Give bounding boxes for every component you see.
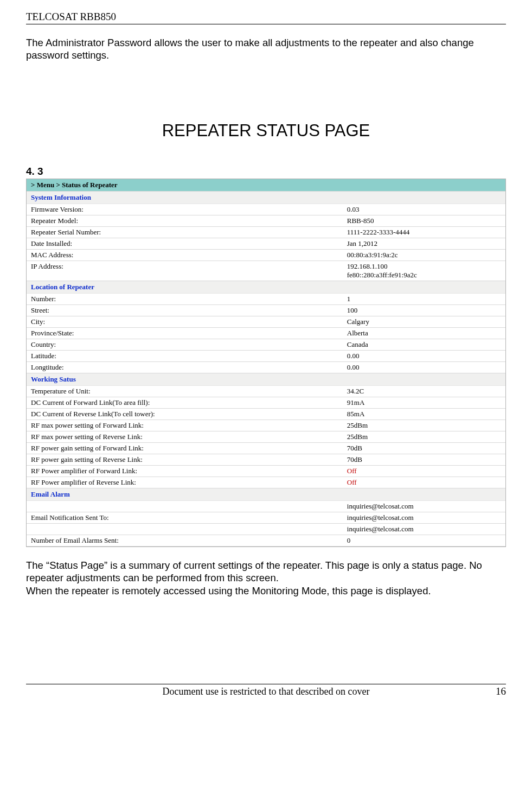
row-value: 34.2C [343,386,505,397]
row-label: RF power gain setting of Forward Link: [27,443,343,454]
page-footer: Document use is restricted to that descr… [26,684,506,697]
product-name: TELCOSAT RBB850 [26,11,116,22]
table-row: Repeater Serial Number:1111-2222-3333-44… [27,227,505,238]
table-row: inquiries@telcosat.com [27,524,505,535]
section-header: Email Alarm [27,488,505,501]
page-number: 16 [484,685,506,697]
row-value: 91mA [343,397,505,409]
row-value: 70dB [343,443,505,454]
row-label: Email Notification Sent To: [27,512,343,524]
footer-text: Document use is restricted to that descr… [48,686,484,697]
row-label: Number: [27,294,343,305]
row-value: 70dB [343,454,505,466]
row-label: RF Power amplifier of Forward Link: [27,466,343,477]
row-label: DC Current of Reverse Link(To cell tower… [27,409,343,420]
row-label: Street: [27,305,343,316]
row-label: Date Installed: [27,238,343,250]
body-p2: When the repeater is remotely accessed u… [26,585,506,597]
body-paragraphs: The “Status Page” is a summary of curren… [26,559,506,596]
table-row: RF max power setting of Reverse Link:25d… [27,431,505,443]
row-label: City: [27,316,343,328]
row-value: inquiries@telcosat.com [343,512,505,524]
section-header: Working Satus [27,373,505,386]
doc-header: TELCOSAT RBB850 [26,11,506,24]
table-row: Street:100 [27,305,505,316]
row-value: 100 [343,305,505,316]
row-label: Latitude: [27,351,343,362]
row-value: RBB-850 [343,215,505,227]
table-row: RF Power amplifier of Forward Link:Off [27,466,505,477]
section-header: Location of Repeater [27,281,505,294]
row-label: DC Current of Forward Link(To area fill)… [27,397,343,409]
row-value: 0.00 [343,362,505,373]
row-value: 0.00 [343,351,505,362]
row-label: RF max power setting of Forward Link: [27,420,343,431]
row-value: inquiries@telcosat.com [343,524,505,535]
status-table: System InformationFirmware Version:0.03R… [27,192,505,547]
row-label: Number of Email Alarms Sent: [27,535,343,547]
page-title: REPEATER STATUS PAGE [26,121,506,141]
row-label: RF max power setting of Reverse Link: [27,431,343,443]
row-label: Repeater Serial Number: [27,227,343,238]
row-value: 25dBm [343,420,505,431]
body-p1: The “Status Page” is a summary of curren… [26,559,506,584]
breadcrumb: > Menu > Status of Repeater [27,179,505,192]
row-label: Temperature of Unit: [27,386,343,397]
row-label [27,524,343,535]
table-row: Latitude:0.00 [27,351,505,362]
row-value: Jan 1,2012 [343,238,505,250]
intro-paragraph: The Administrator Password allows the us… [26,36,506,61]
row-value: Alberta [343,328,505,339]
table-row: Repeater Model:RBB-850 [27,215,505,227]
row-label: Repeater Model: [27,215,343,227]
table-row: inquiries@telcosat.com [27,501,505,512]
row-value: 192.168.1.100fe80::280:a3ff:fe91:9a2c [343,261,505,281]
table-row: MAC Address:00:80:a3:91:9a:2c [27,250,505,261]
table-row: DC Current of Reverse Link(To cell tower… [27,409,505,420]
row-value: 85mA [343,409,505,420]
row-value: Off [343,466,505,477]
row-value: 00:80:a3:91:9a:2c [343,250,505,261]
table-row: RF Power amplifier of Reverse Link:Off [27,477,505,488]
row-label: Longtitude: [27,362,343,373]
table-row: Firmware Version:0.03 [27,204,505,215]
table-row: RF max power setting of Forward Link:25d… [27,420,505,431]
row-label: Province/State: [27,328,343,339]
table-row: Email Notification Sent To:inquiries@tel… [27,512,505,524]
row-value: Off [343,477,505,488]
table-row: Country:Canada [27,339,505,351]
row-value: 25dBm [343,431,505,443]
table-row: RF power gain setting of Reverse Link:70… [27,454,505,466]
table-row: RF power gain setting of Forward Link:70… [27,443,505,454]
table-row: Number of Email Alarms Sent:0 [27,535,505,547]
table-row: Longtitude:0.00 [27,362,505,373]
section-header: System Information [27,192,505,204]
row-label: Firmware Version: [27,204,343,215]
table-row: Date Installed:Jan 1,2012 [27,238,505,250]
row-value: 1 [343,294,505,305]
section-number: 4. 3 [26,166,506,177]
row-value: inquiries@telcosat.com [343,501,505,512]
table-row: DC Current of Forward Link(To area fill)… [27,397,505,409]
row-value: 1111-2222-3333-4444 [343,227,505,238]
row-label: RF power gain setting of Reverse Link: [27,454,343,466]
row-value: Canada [343,339,505,351]
status-screenshot: > Menu > Status of Repeater System Infor… [26,179,506,547]
row-value: 0 [343,535,505,547]
row-label: IP Address: [27,261,343,281]
row-value: 0.03 [343,204,505,215]
row-label [27,501,343,512]
row-value: Calgary [343,316,505,328]
table-row: Number:1 [27,294,505,305]
row-label: MAC Address: [27,250,343,261]
table-row: Temperature of Unit:34.2C [27,386,505,397]
table-row: Province/State:Alberta [27,328,505,339]
row-label: Country: [27,339,343,351]
row-label: RF Power amplifier of Reverse Link: [27,477,343,488]
table-row: IP Address:192.168.1.100fe80::280:a3ff:f… [27,261,505,281]
table-row: City:Calgary [27,316,505,328]
